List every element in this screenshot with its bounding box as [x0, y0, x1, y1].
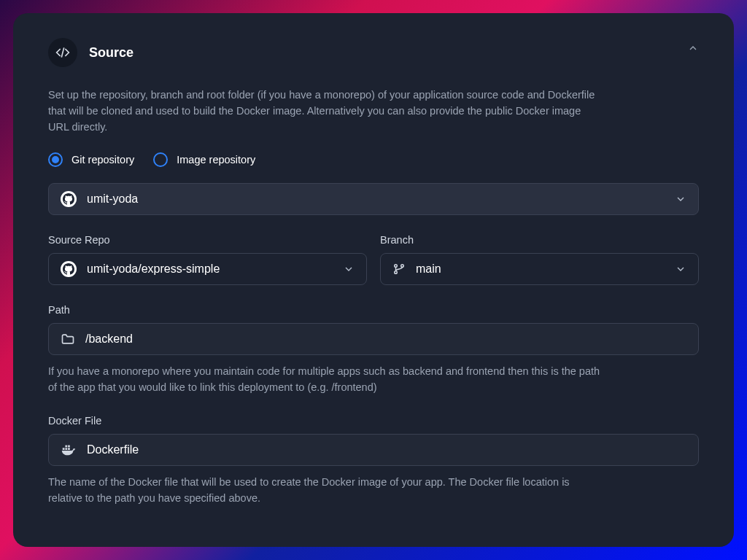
branch-value: main: [416, 262, 441, 276]
github-icon: [61, 191, 77, 207]
path-value: /backend: [85, 332, 133, 346]
svg-rect-6: [68, 448, 70, 450]
svg-rect-8: [68, 445, 70, 447]
account-select[interactable]: umit-yoda: [48, 183, 699, 215]
radio-label: Image repository: [177, 154, 255, 166]
section-header: Source: [48, 38, 699, 67]
source-type-radio-group: Git repository Image repository: [48, 152, 699, 167]
svg-line-0: [61, 47, 63, 57]
svg-rect-7: [65, 445, 67, 447]
dockerfile-input[interactable]: Dockerfile: [48, 434, 699, 466]
svg-point-1: [395, 265, 398, 268]
chevron-down-icon: [675, 263, 686, 275]
source-repo-label: Source Repo: [48, 234, 367, 246]
radio-indicator: [153, 152, 168, 167]
svg-rect-4: [63, 448, 65, 450]
code-icon: [48, 38, 77, 67]
account-value: umit-yoda: [87, 192, 138, 206]
source-panel: Source Set up the repository, branch and…: [13, 13, 734, 547]
svg-rect-5: [65, 448, 67, 450]
source-repo-select[interactable]: umit-yoda/express-simple: [48, 253, 367, 285]
branch-select[interactable]: main: [380, 253, 699, 285]
radio-git-repository[interactable]: Git repository: [48, 152, 134, 167]
section-title: Source: [89, 45, 133, 61]
path-help: If you have a monorepo where you maintai…: [48, 364, 603, 396]
branch-label: Branch: [380, 234, 699, 246]
github-icon: [61, 261, 77, 277]
folder-icon: [61, 332, 75, 346]
source-repo-value: umit-yoda/express-simple: [87, 262, 220, 276]
dockerfile-label: Docker File: [48, 415, 699, 427]
dockerfile-value: Dockerfile: [87, 443, 139, 456]
path-label: Path: [48, 304, 699, 316]
svg-point-2: [395, 271, 398, 274]
chevron-down-icon: [675, 193, 686, 205]
dockerfile-help: The name of the Docker file that will be…: [48, 475, 603, 507]
chevron-down-icon: [343, 263, 355, 275]
radio-indicator: [48, 152, 63, 167]
radio-image-repository[interactable]: Image repository: [153, 152, 255, 167]
radio-label: Git repository: [71, 154, 134, 166]
docker-icon: [61, 442, 77, 458]
svg-point-3: [401, 265, 404, 268]
path-input[interactable]: /backend: [48, 323, 699, 355]
section-description: Set up the repository, branch and root f…: [48, 88, 603, 135]
branch-icon: [392, 262, 406, 276]
collapse-toggle[interactable]: [687, 42, 699, 54]
